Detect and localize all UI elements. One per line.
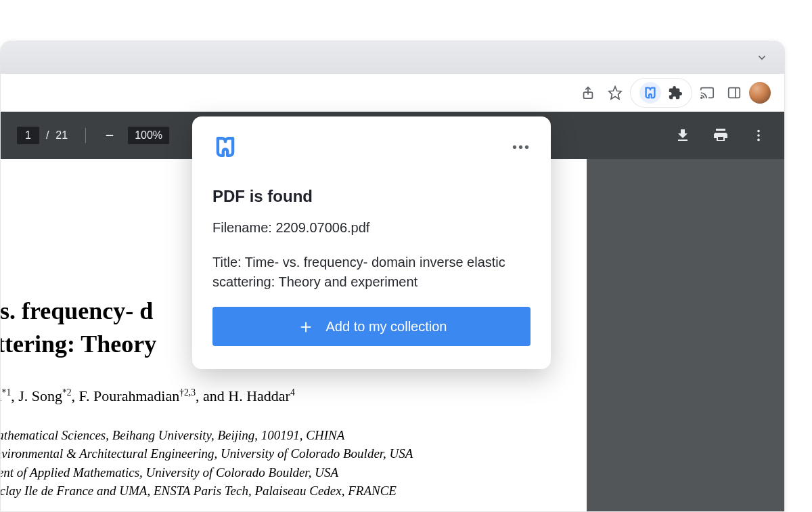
title-value: Time- vs. frequency- domain inverse elas… — [212, 255, 505, 289]
svg-rect-3 — [729, 87, 740, 98]
page-sep: / — [46, 129, 49, 142]
affiliation-line: of Saclay Ile de France and UMA, ENSTA P… — [1, 482, 587, 500]
plus-icon: ＋ — [296, 317, 315, 336]
extension-logo-icon — [212, 134, 238, 160]
extension-app-icon[interactable] — [639, 82, 661, 104]
extensions-group — [630, 78, 692, 108]
filename-label: Filename: — [212, 220, 272, 235]
affiliation-line: artment of Applied Mathematics, Universi… — [1, 463, 587, 482]
svg-point-8 — [757, 139, 760, 142]
title-label: Title: — [212, 255, 242, 270]
svg-point-2 — [701, 97, 702, 98]
sidepanel-icon[interactable] — [722, 81, 746, 105]
paper-affiliations: of Mathematical Sciences, Beihang Univer… — [1, 426, 587, 500]
svg-point-6 — [757, 130, 760, 133]
add-to-collection-button[interactable]: ＋ Add to my collection — [212, 307, 531, 346]
popup-title: Title: Time- vs. frequency- domain inver… — [212, 253, 531, 292]
svg-point-7 — [757, 134, 760, 137]
print-icon[interactable] — [711, 126, 730, 145]
filename-value: 2209.07006.pdf — [275, 220, 369, 235]
extension-popup: ••• PDF is found Filename: 2209.07006.pd… — [192, 116, 551, 369]
affiliation-line: of Mathematical Sciences, Beihang Univer… — [1, 426, 587, 445]
svg-marker-1 — [609, 86, 621, 98]
popup-heading: PDF is found — [212, 187, 531, 206]
profile-avatar[interactable] — [749, 82, 771, 104]
affiliation-line: il, Environmental & Architectural Engine… — [1, 444, 587, 463]
zoom-controls: 100% — [104, 127, 169, 144]
total-pages: 21 — [55, 129, 68, 142]
popup-filename: Filename: 2209.07006.pdf — [212, 218, 531, 238]
page-counter: 1 / 21 — [17, 127, 68, 144]
share-icon[interactable] — [576, 81, 600, 105]
button-label: Add to my collection — [326, 319, 447, 335]
current-page-input[interactable]: 1 — [17, 127, 39, 144]
puzzle-piece-icon[interactable] — [668, 85, 683, 100]
more-vert-icon[interactable] — [749, 126, 768, 145]
toolbar-separator — [85, 128, 86, 143]
star-icon[interactable] — [603, 81, 627, 105]
chevron-down-icon[interactable] — [756, 51, 768, 64]
zoom-out-button[interactable] — [104, 129, 116, 142]
paper-authors: . Liu*1, J. Song*2, F. Pourahmadian†2,3,… — [1, 387, 587, 405]
download-icon[interactable] — [673, 126, 692, 145]
cast-icon[interactable] — [695, 81, 719, 105]
more-horiz-icon[interactable]: ••• — [512, 140, 531, 155]
browser-toolbar — [1, 74, 784, 112]
zoom-level[interactable]: 100% — [128, 127, 169, 144]
browser-tab-strip — [1, 41, 784, 74]
